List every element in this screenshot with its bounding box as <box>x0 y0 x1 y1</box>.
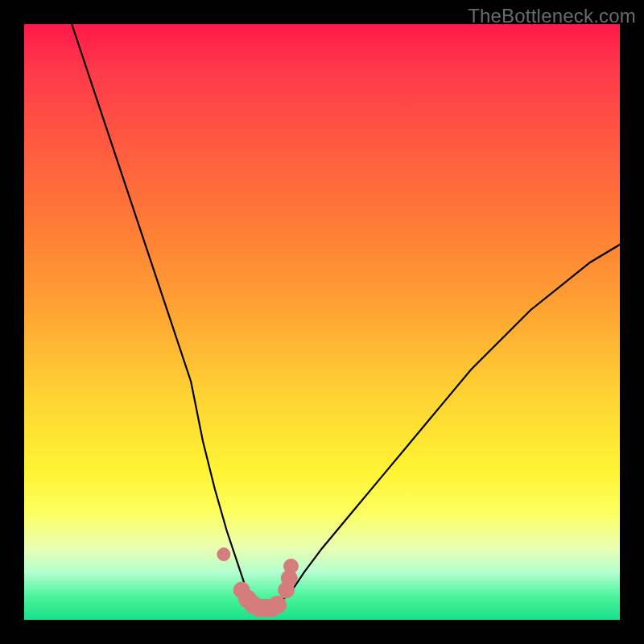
plot-area <box>24 24 620 620</box>
chart-frame: TheBottleneck.com <box>0 0 644 644</box>
curve-markers <box>217 548 299 617</box>
watermark-label: TheBottleneck.com <box>468 5 636 27</box>
marker-point <box>269 597 287 614</box>
curve-svg <box>24 24 620 620</box>
marker-point <box>217 548 230 561</box>
marker-point <box>284 559 299 573</box>
bottleneck-curve <box>72 24 620 608</box>
